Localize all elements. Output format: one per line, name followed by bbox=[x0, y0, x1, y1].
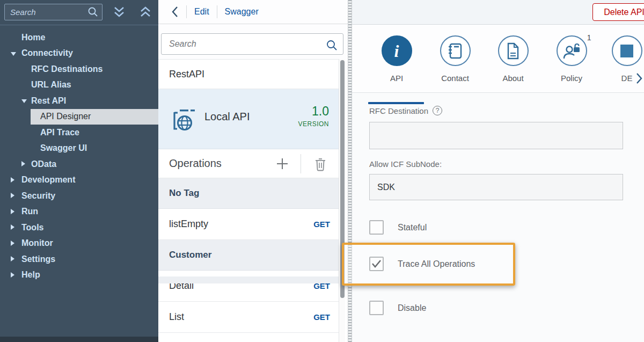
sidebar-item-run[interactable]: Run bbox=[0, 204, 158, 220]
chevron-right-icon[interactable] bbox=[11, 272, 14, 278]
sidebar: Home Connectivity RFC Destinations URL A… bbox=[0, 0, 158, 342]
sidebar-item-api-trace[interactable]: API Trace bbox=[0, 125, 158, 141]
operation-name: listEmpty bbox=[169, 219, 208, 230]
sidebar-item-development[interactable]: Development bbox=[0, 172, 158, 188]
api-list-title: RestAPI bbox=[158, 59, 339, 89]
sidebar-item-swagger-ui[interactable]: Swagger UI bbox=[0, 141, 158, 157]
disable-checkbox-row[interactable]: Disable bbox=[369, 301, 426, 315]
chevron-right-icon[interactable] bbox=[11, 209, 14, 214]
sidebar-item-label: Connectivity bbox=[21, 48, 73, 58]
sidebar-item-security[interactable]: Security bbox=[0, 188, 158, 204]
chevron-right-icon[interactable] bbox=[11, 224, 14, 230]
tab-about[interactable]: About bbox=[481, 35, 545, 83]
selected-tab-indicator bbox=[368, 102, 424, 104]
search-icon[interactable] bbox=[326, 39, 338, 51]
api-version-value: 1.0 bbox=[312, 104, 329, 119]
tabs-next-arrow-icon[interactable] bbox=[635, 72, 643, 85]
sidebar-item-home[interactable]: Home bbox=[0, 30, 158, 46]
sidebar-item-monitor[interactable]: Monitor bbox=[0, 236, 158, 252]
sidebar-item-label: Swagger UI bbox=[40, 143, 87, 153]
tab-api[interactable]: i API bbox=[364, 35, 429, 83]
sidebar-item-help[interactable]: Help bbox=[0, 267, 158, 283]
rfc-destination-label-row: RFC Destination ? bbox=[369, 106, 442, 115]
operation-row[interactable]: Detail GET bbox=[158, 271, 339, 302]
operations-toolbar-label: Operations bbox=[158, 157, 222, 170]
sidebar-item-label: API Trace bbox=[40, 128, 79, 137]
add-operation-icon[interactable] bbox=[275, 157, 289, 171]
tab-contact[interactable]: Contact bbox=[423, 35, 487, 83]
chevron-right-icon[interactable] bbox=[21, 161, 25, 166]
operations-list: RestAPI Local API 1.0 VERSION Operation bbox=[158, 59, 339, 333]
delete-api-button[interactable]: Delete API bbox=[592, 3, 644, 21]
operations-search-input[interactable] bbox=[161, 33, 343, 55]
api-name: Local API bbox=[204, 111, 250, 123]
checkbox-label: Stateful bbox=[398, 223, 427, 232]
rfc-destination-input[interactable] bbox=[369, 122, 623, 149]
toolbar-divider bbox=[301, 154, 301, 173]
sidebar-item-api-designer[interactable]: API Designer bbox=[31, 109, 158, 125]
expand-all-icon[interactable] bbox=[137, 5, 153, 19]
chevron-right-icon[interactable] bbox=[11, 256, 14, 261]
sidebar-item-tools[interactable]: Tools bbox=[0, 220, 158, 236]
checkbox-unchecked[interactable] bbox=[369, 301, 384, 315]
app-window: Home Connectivity RFC Destinations URL A… bbox=[0, 0, 644, 342]
operation-row[interactable]: List GET bbox=[158, 302, 339, 333]
scrollbar-track[interactable] bbox=[339, 59, 345, 342]
operation-name: List bbox=[169, 311, 184, 323]
sidebar-item-url-alias[interactable]: URL Alias bbox=[0, 77, 158, 93]
sidebar-item-rest-api[interactable]: Rest API bbox=[0, 93, 158, 109]
info-icon: i bbox=[382, 35, 412, 66]
checkbox-label: Disable bbox=[398, 303, 426, 313]
person-lock-icon: 1 bbox=[557, 35, 587, 66]
sidebar-search-bar bbox=[0, 0, 158, 25]
scrollbar-thumb[interactable] bbox=[340, 60, 345, 298]
local-api-card[interactable]: Local API 1.0 VERSION bbox=[158, 89, 339, 149]
swagger-button[interactable]: Swagger bbox=[225, 7, 259, 17]
chevron-right-icon[interactable] bbox=[11, 241, 14, 246]
stateful-checkbox-row[interactable]: Stateful bbox=[369, 220, 427, 235]
operations-panel-header: Edit Swagger bbox=[158, 0, 348, 24]
next-group-header-partial bbox=[158, 276, 339, 283]
trash-icon[interactable] bbox=[314, 157, 327, 171]
rfc-destination-label: RFC Destination bbox=[369, 106, 428, 115]
tag-group-label: Customer bbox=[169, 250, 211, 260]
tab-label: Policy bbox=[539, 74, 604, 83]
checkbox-unchecked[interactable] bbox=[369, 220, 384, 235]
edit-button[interactable]: Edit bbox=[194, 7, 209, 17]
sidebar-item-label: Development bbox=[21, 175, 75, 185]
chevron-right-icon[interactable] bbox=[11, 177, 14, 183]
sidebar-item-rfc-destinations[interactable]: RFC Destinations bbox=[0, 61, 158, 77]
icf-subnode-input[interactable] bbox=[369, 174, 623, 200]
info-glyph: i bbox=[394, 42, 399, 60]
checkbox-label: Trace All Operations bbox=[398, 259, 475, 269]
collapse-all-icon[interactable] bbox=[111, 5, 127, 19]
help-icon[interactable]: ? bbox=[433, 106, 442, 115]
sidebar-item-label: RFC Destinations bbox=[31, 64, 103, 74]
sidebar-item-label: URL Alias bbox=[31, 80, 71, 90]
operation-row[interactable]: listEmpty GET bbox=[158, 209, 339, 240]
checkbox-checked[interactable] bbox=[369, 257, 384, 271]
chevron-down-icon[interactable] bbox=[11, 52, 16, 56]
sidebar-item-connectivity[interactable]: Connectivity bbox=[0, 46, 158, 62]
detail-panel: Delete API i API Contact bbox=[352, 0, 644, 342]
trace-all-operations-checkbox-row[interactable]: Trace All Operations bbox=[369, 257, 475, 271]
chevron-down-icon[interactable] bbox=[21, 99, 27, 103]
detail-panel-header: Delete API bbox=[352, 0, 644, 25]
tab-label: About bbox=[481, 74, 545, 83]
sidebar-item-odata[interactable]: OData bbox=[0, 156, 158, 172]
back-button[interactable] bbox=[171, 6, 179, 18]
sidebar-item-settings[interactable]: Settings bbox=[0, 251, 158, 267]
sidebar-nav-tree: Home Connectivity RFC Destinations URL A… bbox=[0, 30, 158, 283]
panel-splitter-handle[interactable] bbox=[348, 0, 352, 342]
sidebar-item-label: Security bbox=[21, 191, 55, 201]
chevron-right-icon[interactable] bbox=[11, 193, 14, 198]
tag-group-header: Customer bbox=[158, 240, 339, 271]
header-divider bbox=[186, 5, 187, 18]
tab-label: API bbox=[364, 74, 429, 83]
sidebar-item-label: Run bbox=[21, 207, 38, 216]
api-globe-icon bbox=[170, 105, 198, 133]
search-icon[interactable] bbox=[87, 6, 98, 17]
operations-toolbar: Operations bbox=[158, 149, 339, 178]
tag-group-header: No Tag bbox=[158, 178, 339, 209]
tab-policy[interactable]: 1 Policy bbox=[539, 35, 604, 83]
